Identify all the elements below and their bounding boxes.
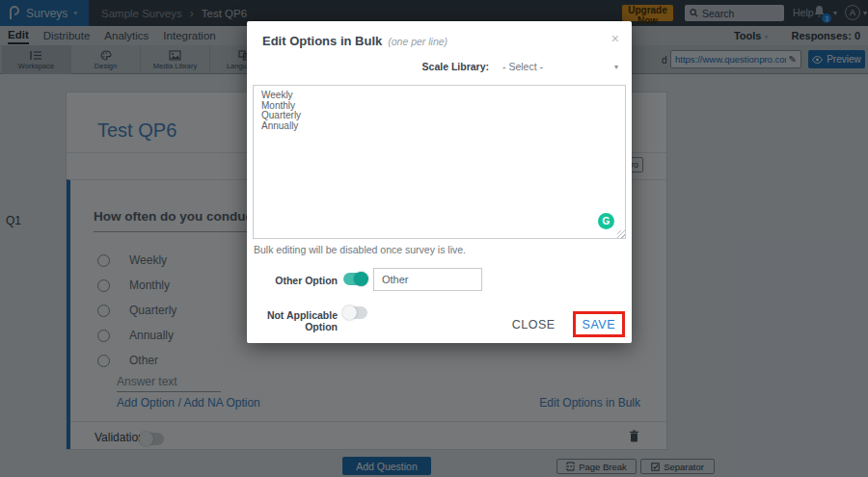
not-applicable-option-label: Not Applicable Option: [247, 309, 338, 332]
resize-handle[interactable]: [617, 230, 625, 238]
scale-library-value: - Select -: [502, 61, 543, 72]
grammarly-icon[interactable]: G: [598, 213, 614, 229]
edit-options-in-bulk-modal: Edit Options in Bulk (one per line) × Sc…: [247, 21, 632, 343]
modal-footer: CLOSE SAVE: [512, 311, 625, 337]
scale-library-row: Scale Library: - Select - ▾: [247, 61, 622, 72]
toggle-knob: [342, 305, 357, 320]
close-icon[interactable]: ×: [611, 31, 619, 46]
not-applicable-option-toggle[interactable]: [343, 306, 367, 319]
questionpro-app: Surveys ▾ Sample Surveys › Test QP6 Upgr…: [0, 0, 868, 477]
scale-library-select[interactable]: - Select - ▾: [499, 61, 622, 72]
save-button[interactable]: SAVE: [583, 318, 615, 331]
modal-title: Edit Options in Bulk: [262, 34, 382, 48]
bulk-options-textarea[interactable]: Weekly Monthly Quarterly Annually: [253, 85, 626, 239]
save-highlight-box: SAVE: [573, 311, 625, 337]
scale-library-label: Scale Library:: [422, 61, 489, 72]
close-button[interactable]: CLOSE: [512, 318, 556, 331]
bulk-options-textarea-wrap: Weekly Monthly Quarterly Annually G: [253, 85, 626, 239]
toggle-knob: [354, 272, 368, 286]
other-option-toggle[interactable]: [343, 273, 367, 285]
other-option-label: Other Option: [247, 275, 338, 286]
bulk-edit-note: Bulk editing will be disabled once surve…: [254, 244, 466, 255]
modal-title-row: Edit Options in Bulk (one per line): [262, 34, 448, 48]
chevron-down-icon: ▾: [614, 63, 618, 71]
modal-subtitle: (one per line): [388, 36, 448, 47]
other-option-input[interactable]: [373, 268, 482, 291]
